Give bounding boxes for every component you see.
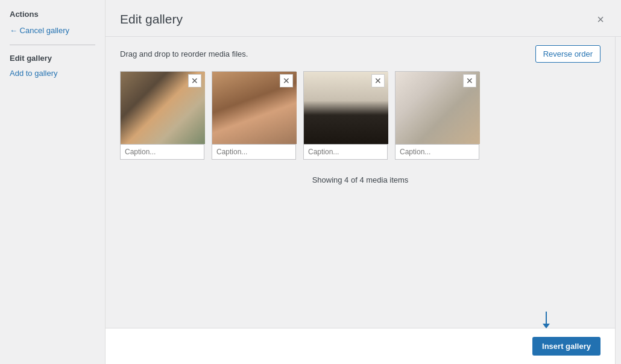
main-content: Drag and drop to reorder media files. Re… — [106, 37, 615, 364]
remove-item-2-button[interactable]: ✕ — [280, 74, 293, 87]
arrow-head — [543, 324, 550, 328]
close-button[interactable]: × — [594, 11, 607, 28]
gallery-item[interactable]: ✕ — [120, 71, 204, 160]
insert-gallery-button[interactable]: Insert gallery — [532, 337, 601, 356]
gallery-item[interactable]: ✕ — [395, 71, 479, 160]
showing-count: Showing 4 of 4 media items — [120, 169, 601, 194]
remove-item-1-button[interactable]: ✕ — [188, 74, 201, 87]
remove-item-3-button[interactable]: ✕ — [371, 74, 385, 87]
remove-item-4-button[interactable]: ✕ — [463, 74, 476, 87]
caption-input-1[interactable] — [121, 144, 204, 159]
modal-footer: Insert gallery — [106, 328, 615, 364]
actions-label: Actions — [10, 10, 95, 19]
gallery-item[interactable]: ✕ — [212, 71, 296, 160]
cancel-gallery-link[interactable]: ← Cancel gallery — [10, 26, 95, 35]
edit-gallery-section-title: Edit gallery — [10, 54, 95, 63]
sidebar-divider — [10, 45, 95, 45]
arrow-shaft — [546, 312, 547, 324]
gallery-grid: ✕ ✕ ✕ — [120, 71, 601, 160]
add-to-gallery-link[interactable]: Add to gallery — [10, 69, 95, 78]
caption-input-2[interactable] — [212, 144, 295, 159]
drag-hint-text: Drag and drop to reorder media files. — [120, 49, 248, 58]
right-panel — [615, 37, 621, 364]
gallery-item[interactable]: ✕ — [303, 71, 388, 160]
caption-input-4[interactable] — [396, 144, 479, 159]
close-icon: × — [597, 13, 604, 26]
reverse-order-button[interactable]: Reverse order — [535, 45, 601, 63]
modal-header: Edit gallery × — [106, 0, 621, 37]
gallery-area: ✕ ✕ ✕ — [106, 69, 615, 328]
page-title: Edit gallery — [120, 12, 183, 27]
arrow-indicator — [543, 312, 550, 328]
gallery-toolbar: Drag and drop to reorder media files. Re… — [106, 37, 615, 69]
caption-input-3[interactable] — [304, 144, 387, 159]
main-wrapper: Edit gallery × Drag and drop to reorder … — [106, 0, 621, 364]
sidebar: Actions ← Cancel gallery Edit gallery Ad… — [0, 0, 106, 364]
content-area: Drag and drop to reorder media files. Re… — [106, 37, 621, 364]
